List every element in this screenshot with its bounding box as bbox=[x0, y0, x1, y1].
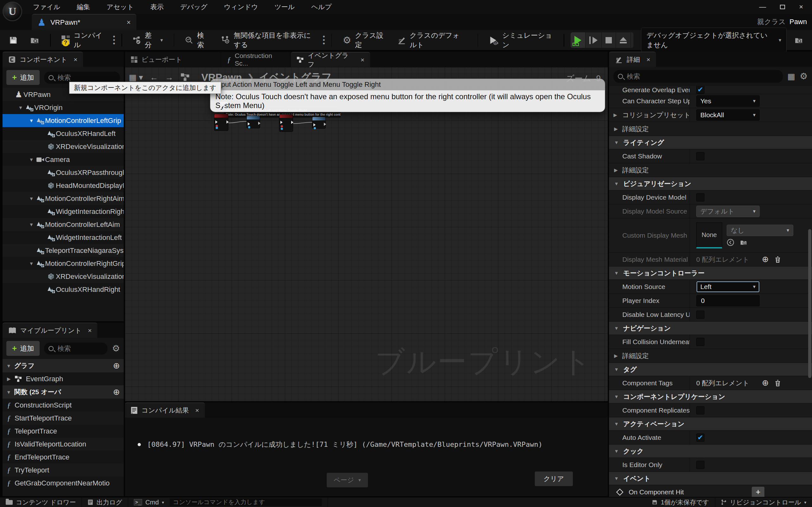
play-button[interactable] bbox=[571, 32, 586, 48]
checkbox[interactable] bbox=[696, 406, 705, 414]
menu-item-7[interactable]: ヘルプ bbox=[311, 3, 332, 11]
event-graph-canvas[interactable]: ▦ ▾ ← → VRPawn ❯ イベントグラフ ズーム -9 Input Ac… bbox=[125, 67, 608, 401]
find-button[interactable]: 検索 bbox=[181, 28, 214, 52]
details-settings-gear-icon[interactable]: ⚙ bbox=[800, 72, 808, 81]
browse-debug-button[interactable] bbox=[790, 34, 808, 47]
menu-item-5[interactable]: ウィンドウ bbox=[224, 3, 258, 11]
checkbox[interactable] bbox=[696, 193, 705, 202]
mesh-thumbnail[interactable]: None bbox=[696, 222, 722, 248]
tab-viewport[interactable]: ビューポート bbox=[125, 52, 220, 67]
expander-icon[interactable]: ▶ bbox=[613, 112, 617, 118]
function-item[interactable]: ƒConstructionScript bbox=[3, 399, 124, 412]
tree-row[interactable]: OculusXRHandRight bbox=[3, 283, 124, 296]
cmd-dropdown[interactable]: >_ Cmd ▾ コンソールコマンドを入力します bbox=[128, 498, 328, 507]
tree-row[interactable]: ▼MotionControllerLeftAim bbox=[3, 218, 124, 231]
expander-icon[interactable]: ▶ bbox=[614, 167, 618, 173]
dropdown[interactable]: Left▾ bbox=[696, 281, 760, 292]
save-button[interactable] bbox=[4, 33, 22, 47]
expander-icon[interactable]: ▼ bbox=[614, 421, 619, 427]
expander-icon[interactable]: ▼ bbox=[27, 157, 36, 162]
revision-control-button[interactable]: リビジョンコントロール ▾ bbox=[715, 498, 812, 507]
function-item[interactable]: ƒGetGrabComponentNearMotio bbox=[3, 476, 124, 490]
hide-unrelated-button[interactable]: 無関係な項目を非表示にする bbox=[217, 28, 319, 52]
class-defaults-button[interactable]: クラスのデフォルト bbox=[393, 28, 471, 52]
event-node[interactable] bbox=[214, 114, 229, 131]
hide-unrelated-options-button[interactable]: ••• bbox=[323, 35, 325, 45]
tree-row[interactable]: WidgetInteractionRight bbox=[3, 205, 124, 218]
frame-skip-button[interactable] bbox=[586, 32, 602, 48]
expander-icon[interactable]: ▼ bbox=[614, 326, 619, 331]
tree-row[interactable]: ▼MotionControllerRightGrip bbox=[3, 257, 124, 270]
expander-icon[interactable]: ▶ bbox=[614, 126, 618, 132]
close-icon[interactable]: × bbox=[647, 56, 650, 63]
section-header-コンポーネントレプリケーション[interactable]: ▼コンポーネントレプリケーション bbox=[609, 390, 812, 403]
section-header-ライティング[interactable]: ▼ライティング bbox=[609, 136, 812, 149]
tree-row[interactable]: OculusXRHandLeft bbox=[3, 127, 124, 140]
number-input[interactable]: 0 bbox=[696, 295, 760, 306]
section-header-タグ[interactable]: ▼タグ bbox=[609, 363, 812, 376]
output-log-button[interactable]: 出力ログ bbox=[82, 498, 128, 507]
tab-components[interactable]: コンポーネント × bbox=[3, 52, 83, 67]
dropdown[interactable]: BlockAll▾ bbox=[696, 109, 760, 121]
checkbox[interactable] bbox=[696, 152, 705, 160]
expander-icon[interactable]: ▼ bbox=[6, 389, 11, 395]
tab-event-graph[interactable]: イベントグラフ × bbox=[291, 52, 370, 67]
tree-row[interactable]: ▼MotionControllerLeftGrip bbox=[3, 114, 124, 127]
expander-icon[interactable]: ▶ bbox=[614, 353, 618, 359]
function-item[interactable]: ƒIsValidTeleportLocation bbox=[3, 438, 124, 451]
menu-item-0[interactable]: ファイル bbox=[33, 3, 60, 11]
play-options-button[interactable]: ••• bbox=[631, 32, 633, 48]
trash-icon[interactable] bbox=[774, 256, 781, 263]
tree-row[interactable]: TeleportTraceNiagaraSystem bbox=[3, 244, 124, 257]
details-search-input[interactable]: 検索 bbox=[613, 70, 783, 83]
add-component-button[interactable]: + 追加 bbox=[6, 70, 40, 85]
expander-icon[interactable]: ▼ bbox=[614, 475, 619, 481]
section-header-アクティベーション[interactable]: ▼アクティベーション bbox=[609, 417, 812, 431]
tree-row[interactable]: HeadMountedDisplayMesh bbox=[3, 179, 124, 192]
expander-icon[interactable]: ▼ bbox=[614, 181, 619, 186]
dropdown[interactable]: デフォルト▾ bbox=[696, 206, 760, 217]
section-header-クック[interactable]: ▼クック bbox=[609, 445, 812, 458]
compile-log-entry[interactable]: [0864.97] VRPawn のコンパイルに成功しました![71 ミリ秒] … bbox=[138, 440, 542, 449]
clear-button[interactable]: クリア bbox=[535, 471, 573, 486]
page-dropdown[interactable]: ページ ▾ bbox=[327, 473, 368, 487]
tree-row[interactable]: ▼VROrigin bbox=[3, 101, 124, 114]
maximize-button[interactable] bbox=[780, 5, 785, 9]
menu-item-1[interactable]: 編集 bbox=[77, 3, 90, 11]
expander-icon[interactable]: ▼ bbox=[27, 196, 36, 201]
diff-button[interactable]: 差分 ▾ bbox=[129, 28, 167, 52]
event-graph-item[interactable]: ▶ EventGraph bbox=[3, 372, 124, 385]
checkbox[interactable] bbox=[696, 338, 705, 346]
close-tab-icon[interactable]: × bbox=[361, 56, 364, 64]
details-scrollbar[interactable] bbox=[808, 229, 811, 378]
simulation-button[interactable]: ⚙⚙ シミュレーション bbox=[484, 28, 557, 52]
dropdown[interactable]: Yes▾ bbox=[696, 95, 760, 107]
eject-button[interactable] bbox=[616, 32, 631, 48]
expander-icon[interactable]: ▼ bbox=[614, 394, 619, 399]
function-item[interactable]: ƒTeleportTrace bbox=[3, 425, 124, 438]
advanced-settings-row[interactable]: ▶詳細設定 bbox=[609, 122, 812, 136]
stop-button[interactable] bbox=[602, 32, 616, 48]
expander-icon[interactable]: ▼ bbox=[6, 363, 11, 369]
tree-row[interactable]: WidgetInteractionLeft bbox=[3, 231, 124, 244]
debug-object-dropdown[interactable]: デバッグオブジェクトが選択されていません ▾ bbox=[641, 27, 786, 53]
tab-vrpawn[interactable]: ♟ VRPawn* × bbox=[32, 14, 136, 30]
add-blueprint-item-button[interactable]: + 追加 bbox=[6, 341, 40, 356]
expander-icon[interactable]: ▶ bbox=[7, 376, 11, 382]
checkbox[interactable] bbox=[696, 461, 705, 469]
section-header-ビジュアリゼーション[interactable]: ▼ビジュアリゼーション bbox=[609, 177, 812, 190]
expander-icon[interactable]: ▼ bbox=[614, 448, 619, 454]
browse-to-asset-icon[interactable] bbox=[740, 239, 748, 246]
close-tab-icon[interactable]: × bbox=[126, 18, 131, 26]
display-filter-icon[interactable]: ▦ bbox=[787, 72, 795, 80]
my-blueprint-search-input[interactable]: 検索 bbox=[44, 343, 107, 354]
menu-item-2[interactable]: アセット bbox=[107, 3, 134, 11]
graphs-section-header[interactable]: ▼ グラフ ⊕ bbox=[3, 359, 124, 372]
expander-icon[interactable]: ▼ bbox=[27, 261, 36, 266]
minimize-button[interactable]: — bbox=[759, 3, 766, 11]
tree-row[interactable]: ▼Camera bbox=[3, 153, 124, 166]
compile-options-button[interactable]: ••• bbox=[113, 35, 115, 45]
function-node[interactable] bbox=[247, 116, 260, 128]
add-graph-icon[interactable]: ⊕ bbox=[113, 361, 120, 371]
tab-compile-results[interactable]: コンパイル結果 × bbox=[125, 402, 205, 418]
